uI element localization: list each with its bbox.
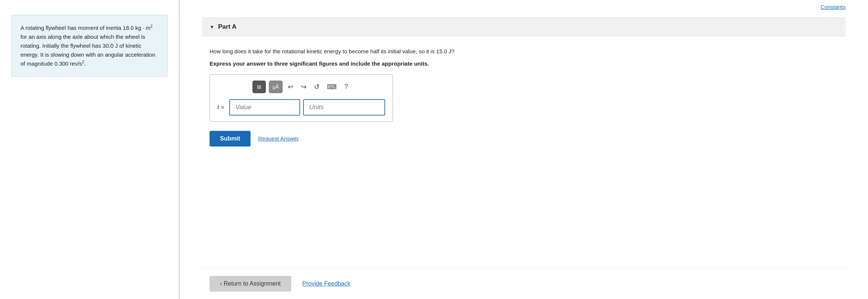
- help-icon: ?: [344, 83, 348, 90]
- answer-row: t =: [217, 99, 385, 116]
- question-instruction: Express your answer to three significant…: [210, 60, 838, 67]
- problem-text: A rotating flywheel has moment of inerti…: [21, 23, 158, 68]
- help-button[interactable]: ?: [342, 81, 350, 92]
- units-input[interactable]: [303, 99, 385, 116]
- left-panel: A rotating flywheel has moment of inerti…: [0, 0, 179, 299]
- refresh-button[interactable]: ↺: [312, 81, 322, 92]
- action-row: Submit Request Answer: [210, 131, 838, 147]
- matrix-button[interactable]: ⊞: [252, 81, 266, 93]
- constants-link[interactable]: Constants: [820, 4, 846, 10]
- part-title: Part A: [218, 23, 236, 31]
- symbol-button[interactable]: μÅ: [269, 81, 283, 93]
- refresh-icon: ↺: [314, 83, 320, 91]
- undo-icon: ↩: [288, 83, 293, 91]
- redo-button[interactable]: ↪: [299, 81, 309, 92]
- undo-button[interactable]: ↩: [286, 81, 296, 92]
- question-text: How long does it take for the rotational…: [210, 47, 838, 56]
- request-answer-button[interactable]: Request Answer: [258, 135, 299, 142]
- submit-button[interactable]: Submit: [210, 131, 251, 147]
- return-to-assignment-button[interactable]: ‹ Return to Assignment: [210, 276, 291, 292]
- matrix-icon: ⊞: [257, 84, 261, 90]
- value-input[interactable]: [229, 99, 300, 116]
- right-panel: Constants ▼ Part A How long does it take…: [179, 0, 868, 299]
- keyboard-icon: ⌨: [327, 83, 337, 91]
- provide-feedback-button[interactable]: Provide Feedback: [302, 280, 350, 287]
- answer-box: ⊞ μÅ ↩ ↪ ↺ ⌨: [210, 74, 393, 122]
- redo-icon: ↪: [301, 83, 306, 91]
- part-collapse-arrow[interactable]: ▼: [210, 24, 214, 30]
- question-section: How long does it take for the rotational…: [202, 47, 846, 165]
- answer-label: t =: [217, 104, 224, 111]
- constants-section: Constants: [202, 0, 846, 18]
- bottom-actions: ‹ Return to Assignment Provide Feedback: [202, 268, 846, 299]
- problem-box: A rotating flywheel has moment of inerti…: [11, 15, 168, 77]
- symbol-icon: μÅ: [273, 84, 279, 90]
- keyboard-button[interactable]: ⌨: [325, 81, 339, 92]
- answer-toolbar: ⊞ μÅ ↩ ↪ ↺ ⌨: [217, 81, 385, 93]
- part-header: ▼ Part A: [202, 18, 846, 36]
